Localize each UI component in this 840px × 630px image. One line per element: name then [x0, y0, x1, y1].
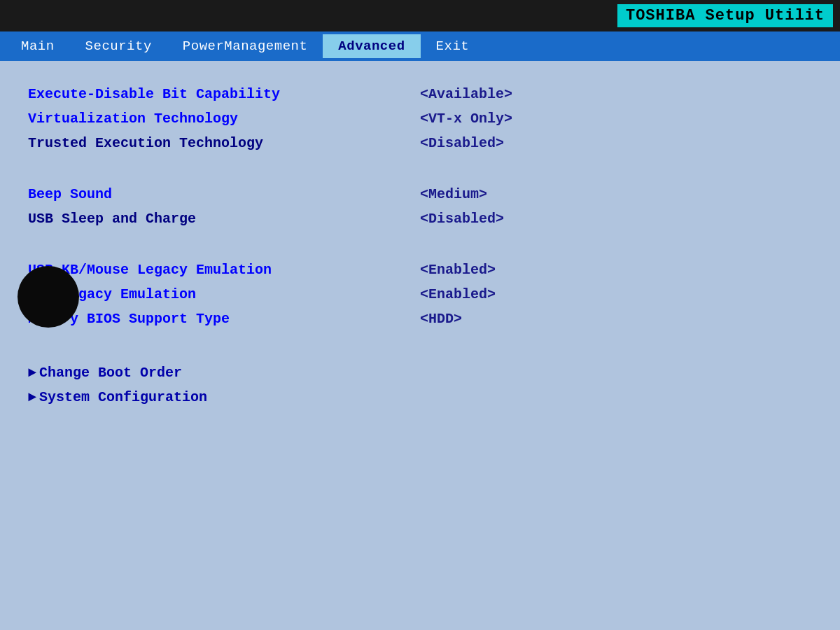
menu-item-exit[interactable]: Exit: [421, 34, 485, 58]
setting-row-beep-sound[interactable]: Beep Sound <Medium>: [28, 182, 812, 206]
divider-3: [28, 345, 812, 360]
setting-value-trusted-execution: <Disabled>: [420, 135, 504, 151]
setting-name-virtualization: Virtualization Technology: [28, 111, 420, 127]
setting-value-execute-disable: <Available>: [420, 86, 512, 102]
setting-value-fdd-legacy: <Enabled>: [420, 286, 496, 302]
setting-value-usb-kb-mouse: <Enabled>: [420, 262, 496, 278]
submenu-system-config[interactable]: ► System Configuration: [28, 385, 812, 410]
setting-value-usb-sleep: <Disabled>: [420, 211, 504, 227]
submenu-label-system-config: System Configuration: [39, 389, 207, 405]
section-submenus: ► Change Boot Order ► System Configurati…: [28, 360, 812, 410]
setting-value-beep-sound: <Medium>: [420, 186, 487, 202]
setting-row-execute-disable[interactable]: Execute-Disable Bit Capability <Availabl…: [28, 82, 812, 106]
setting-name-beep-sound: Beep Sound: [28, 186, 420, 202]
submenu-arrow-boot: ►: [28, 365, 36, 381]
setting-value-memory-bios: <HDD>: [420, 311, 462, 327]
setting-row-fdd-legacy[interactable]: FDD Legacy Emulation <Enabled>: [28, 282, 812, 307]
menu-item-main[interactable]: Main: [6, 34, 70, 58]
menu-bar: Main Security PowerManagement Advanced E…: [0, 31, 840, 61]
setting-row-virtualization[interactable]: Virtualization Technology <VT-x Only>: [28, 106, 812, 131]
content-area: Execute-Disable Bit Capability <Availabl…: [0, 61, 840, 630]
menu-item-advanced[interactable]: Advanced: [323, 34, 420, 58]
divider-1: [28, 169, 812, 182]
setting-name-memory-bios: Memory BIOS Support Type: [28, 311, 420, 327]
submenu-label-change-boot: Change Boot Order: [39, 365, 182, 381]
setting-row-memory-bios[interactable]: Memory BIOS Support Type <HDD>: [28, 307, 812, 331]
menu-item-security[interactable]: Security: [70, 34, 167, 58]
section-capabilities: Execute-Disable Bit Capability <Availabl…: [28, 82, 812, 155]
section-sound-usb: Beep Sound <Medium> USB Sleep and Charge…: [28, 182, 812, 231]
setting-row-usb-kb-mouse[interactable]: USB KB/Mouse Legacy Emulation <Enabled>: [28, 258, 812, 282]
submenu-arrow-config: ►: [28, 389, 36, 405]
privacy-overlay: [18, 266, 79, 328]
setting-name-usb-sleep: USB Sleep and Charge: [28, 211, 420, 227]
setting-name-fdd-legacy: FDD Legacy Emulation: [28, 286, 420, 302]
setting-row-trusted-execution[interactable]: Trusted Execution Technology <Disabled>: [28, 131, 812, 155]
section-legacy: USB KB/Mouse Legacy Emulation <Enabled> …: [28, 258, 812, 331]
divider-2: [28, 245, 812, 258]
menu-item-power[interactable]: PowerManagement: [167, 34, 323, 58]
setting-value-virtualization: <VT-x Only>: [420, 111, 512, 127]
setting-name-usb-kb-mouse: USB KB/Mouse Legacy Emulation: [28, 262, 420, 278]
bios-title: TOSHIBA Setup Utilit: [617, 4, 833, 27]
setting-name-trusted-execution: Trusted Execution Technology: [28, 135, 420, 151]
setting-name-execute-disable: Execute-Disable Bit Capability: [28, 86, 420, 102]
submenu-change-boot[interactable]: ► Change Boot Order: [28, 360, 812, 385]
setting-row-usb-sleep[interactable]: USB Sleep and Charge <Disabled>: [28, 206, 812, 231]
